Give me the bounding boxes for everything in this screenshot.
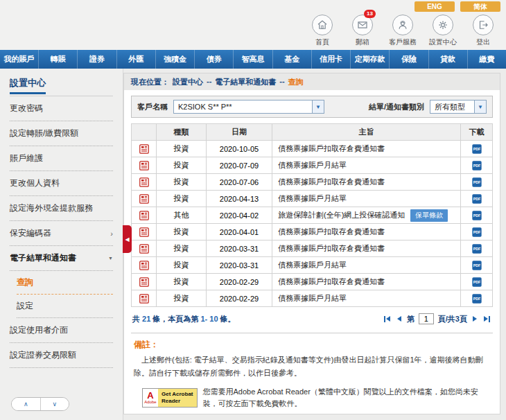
breadcrumb-part[interactable]: 查詢 — [288, 77, 304, 87]
pdf-download-icon[interactable]: PDF — [471, 243, 482, 254]
document-icon[interactable] — [139, 277, 150, 288]
row-subject-text: 債務票據賬戶扣取存倉費通知書 — [278, 277, 385, 286]
pdf-download-icon[interactable]: PDF — [471, 193, 482, 204]
quick-icon-label: 客戶服務 — [385, 37, 420, 47]
last-page-button[interactable] — [482, 315, 491, 324]
document-icon[interactable] — [139, 227, 150, 238]
sidebar-subitem[interactable]: 設定 — [17, 295, 113, 318]
home-icon — [312, 15, 333, 35]
nav-item-貸款[interactable]: 貸款 — [429, 50, 468, 69]
sidebar-item[interactable]: 設定證券交易限額 — [10, 343, 113, 368]
svg-text:PDF: PDF — [473, 280, 480, 284]
breadcrumb-part[interactable]: 電子結單和通知書 — [215, 77, 276, 87]
nav-item-強積金[interactable]: 強積金 — [156, 50, 195, 69]
statement-type-select[interactable]: 所有類型 ▼ — [430, 100, 487, 114]
quick-icon-home[interactable]: 首頁 — [305, 15, 340, 47]
scroll-down-button[interactable]: ∨ — [41, 398, 69, 410]
nav-item-轉賬[interactable]: 轉賬 — [39, 50, 78, 69]
chevron-right-icon: › — [110, 229, 113, 238]
breadcrumb-parts: 設置中心--電子結單和通知書--查詢 — [173, 77, 304, 87]
row-subject-text: 債務票據賬戶月結單 — [278, 194, 347, 202]
document-icon[interactable] — [139, 177, 150, 188]
nav-item-外匯[interactable]: 外匯 — [117, 50, 156, 69]
pdf-download-icon[interactable]: PDF — [471, 277, 482, 288]
quick-icon-person[interactable]: 客戶服務 — [385, 15, 420, 47]
pdf-download-icon[interactable]: PDF — [471, 293, 482, 304]
filter-row: 客戶名稱 K2SIOK S** P** ▼ 結單/通知書類別 所有類型 ▼ — [131, 96, 493, 118]
next-page-button[interactable] — [471, 315, 478, 323]
acrobat-reader-badge[interactable]: A Adobe Get Acrobat Reader — [142, 388, 198, 408]
table-header-row: 種類日期主旨下載 — [132, 124, 493, 141]
sidebar-item[interactable]: 設定海外現金提款服務 — [10, 196, 113, 221]
document-icon[interactable] — [139, 160, 150, 171]
nav-item-智高息[interactable]: 智高息 — [234, 50, 272, 69]
breadcrumb-part[interactable]: 設置中心 — [173, 77, 203, 87]
page-number-input[interactable] — [419, 313, 434, 324]
nav-item-證券[interactable]: 證券 — [78, 50, 116, 69]
row-subject-text: 債務票據賬戶月結單 — [278, 161, 347, 169]
lang-simplified-button[interactable]: 简体 — [460, 1, 500, 12]
row-type: 投資 — [157, 274, 207, 290]
nav-item-債券[interactable]: 債券 — [195, 50, 234, 69]
row-subject: 債務票據賬戶扣取存倉費通知書 — [272, 224, 461, 240]
pdf-download-icon[interactable]: PDF — [471, 177, 482, 188]
sidebar-item[interactable]: 保安編碼器› — [10, 221, 113, 246]
document-icon[interactable] — [139, 143, 150, 155]
sidebar-item-label: 更改密碼 — [10, 103, 43, 114]
row-date: 2020-02-29 — [207, 274, 272, 290]
quick-icon-mail[interactable]: 13郵箱 — [345, 15, 380, 47]
document-icon[interactable] — [139, 293, 150, 304]
sidebar-subitem-active[interactable]: 查詢 — [17, 271, 113, 295]
nav-item-信用卡[interactable]: 信用卡 — [312, 50, 351, 69]
scroll-up-button[interactable]: ∧ — [12, 398, 41, 410]
download-cell: PDF — [461, 257, 493, 274]
table-row: 投資2020-04-01債務票據賬戶扣取存倉費通知書PDF — [132, 224, 493, 240]
pdf-download-icon[interactable]: PDF — [471, 260, 482, 271]
records-summary: 共 21 條，本頁為第 1- 10 條。 — [132, 314, 236, 324]
row-type: 投資 — [157, 141, 207, 157]
quick-icon-gear[interactable]: 設置中心 — [426, 15, 460, 47]
quick-icon-logout[interactable]: 登出 — [466, 15, 500, 47]
quick-icon-label: 登出 — [466, 37, 500, 47]
quick-icon-label: 設置中心 — [426, 37, 460, 47]
policy-terms-button[interactable]: 保單條款 — [410, 209, 448, 222]
sidebar-item[interactable]: 設定使用者介面 — [10, 318, 113, 343]
document-icon[interactable] — [139, 243, 150, 254]
row-subject: 債務票據賬戶扣取存倉費通知書 — [272, 240, 461, 257]
sidebar-item-label: 設定轉賬/繳費限額 — [10, 128, 78, 139]
nav-item-定期存款[interactable]: 定期存款 — [351, 50, 390, 69]
pdf-download-icon[interactable]: PDF — [471, 143, 482, 155]
pdf-download-icon[interactable]: PDF — [471, 160, 482, 171]
document-icon-cell — [132, 224, 157, 240]
document-icon-cell — [132, 274, 157, 290]
sidebar-item[interactable]: 賬戶維護 — [10, 146, 113, 171]
pdf-download-icon[interactable]: PDF — [471, 210, 482, 221]
nav-item-繳費[interactable]: 繳費 — [468, 50, 506, 69]
sidebar-item[interactable]: 更改密碼 — [10, 96, 113, 121]
first-page-button[interactable] — [383, 315, 392, 324]
nav-item-基金[interactable]: 基金 — [273, 50, 312, 69]
nav-item-保險[interactable]: 保險 — [390, 50, 428, 69]
row-subject: 債務票據賬戶扣取存倉費通知書 — [272, 174, 461, 191]
svg-text:PDF: PDF — [473, 180, 480, 184]
sidebar-item-label: 賬戶維護 — [10, 152, 43, 164]
main-content: 現在位置： 設置中心--電子結單和通知書--查詢 客戶名稱 K2SIOK S**… — [123, 73, 500, 414]
quick-icons: 首頁13郵箱客戶服務設置中心登出 — [305, 15, 500, 47]
sidebar-item[interactable]: 設定轉賬/繳費限額 — [10, 121, 113, 146]
document-icon[interactable] — [139, 210, 150, 221]
breadcrumb: 現在位置： 設置中心--電子結單和通知書--查詢 — [124, 73, 500, 90]
customer-name-select[interactable]: K2SIOK S** P** ▼ — [173, 100, 324, 114]
lang-eng-button[interactable]: ENG — [415, 1, 455, 12]
table-row: 投資2020-02-29債務票據賬戶月結單PDF — [132, 290, 493, 307]
pdf-download-icon[interactable]: PDF — [471, 227, 482, 238]
sidebar-item[interactable]: 電子結單和通知書▼ — [10, 246, 113, 271]
document-icon[interactable] — [139, 260, 150, 271]
sidebar-collapse-tab[interactable]: ◀ — [123, 225, 132, 253]
document-icon[interactable] — [139, 193, 150, 204]
download-cell: PDF — [461, 174, 493, 191]
row-date: 2020-02-29 — [207, 290, 272, 307]
sidebar-item[interactable]: 更改個人資料 — [10, 171, 113, 196]
row-type: 投資 — [157, 174, 207, 191]
nav-item-我的賬戶[interactable]: 我的賬戶 — [0, 50, 39, 69]
prev-page-button[interactable] — [396, 315, 403, 323]
